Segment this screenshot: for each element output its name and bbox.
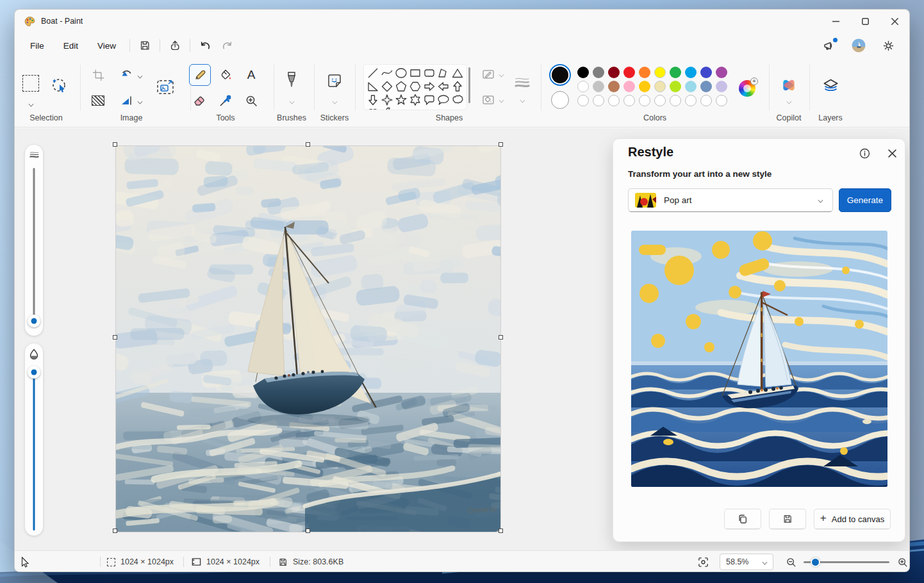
color-swatch[interactable]: [639, 81, 650, 92]
copy-result-button[interactable]: [724, 509, 761, 529]
copilot-button[interactable]: [779, 75, 799, 95]
empty-color-slot[interactable]: [685, 95, 697, 106]
magnifier-tool[interactable]: [242, 91, 261, 110]
color-swatch[interactable]: [577, 81, 589, 92]
remove-background-tool[interactable]: [89, 92, 107, 110]
shape-diamond[interactable]: [380, 79, 394, 93]
selection-options-chevron[interactable]: [26, 101, 35, 107]
color-swatch[interactable]: [670, 81, 681, 92]
color-swatch[interactable]: [608, 67, 620, 78]
fit-to-screen-button[interactable]: [698, 551, 709, 572]
stickers-chevron[interactable]: [330, 98, 339, 104]
selection-handle[interactable]: [306, 142, 310, 147]
shape-polygon[interactable]: [436, 66, 450, 79]
shape-heart[interactable]: [366, 106, 380, 110]
shape-pentagon[interactable]: [394, 79, 408, 93]
color-swatch[interactable]: [577, 67, 589, 78]
color-swatch[interactable]: [654, 81, 666, 92]
secondary-color-swatch[interactable]: [550, 90, 570, 110]
color-swatch[interactable]: [670, 67, 681, 78]
redo-button[interactable]: [216, 35, 238, 56]
empty-color-slot[interactable]: [623, 95, 635, 106]
zoom-slider[interactable]: [804, 561, 889, 563]
selection-handle[interactable]: [499, 529, 503, 533]
menu-file[interactable]: File: [21, 37, 54, 55]
shape-star-4[interactable]: [380, 93, 394, 106]
close-button[interactable]: [880, 10, 909, 33]
color-swatch[interactable]: [639, 67, 650, 78]
size-slider[interactable]: [25, 145, 43, 336]
zoom-out-button[interactable]: [786, 551, 796, 572]
layers-button[interactable]: [820, 75, 841, 97]
generate-button[interactable]: Generate: [839, 188, 891, 212]
selection-handle[interactable]: [499, 335, 503, 340]
rectangle-select-tool[interactable]: [20, 72, 42, 94]
announcements-icon[interactable]: [818, 35, 840, 56]
add-to-canvas-button[interactable]: + Add to canvas: [814, 509, 891, 529]
color-swatch[interactable]: [700, 81, 712, 92]
color-swatch[interactable]: [685, 81, 697, 92]
shape-callout-cloud[interactable]: [450, 93, 465, 106]
shape-curve[interactable]: [380, 66, 394, 79]
save-result-button[interactable]: [769, 509, 806, 529]
opacity-slider-track[interactable]: [33, 377, 35, 530]
shape-arrow-right[interactable]: [422, 79, 436, 93]
text-tool[interactable]: A: [242, 65, 261, 85]
empty-color-slot[interactable]: [716, 95, 727, 106]
info-icon[interactable]: [857, 145, 872, 161]
stickers-button[interactable]: [324, 70, 345, 92]
empty-color-slot[interactable]: [639, 95, 650, 106]
drawing-canvas[interactable]: Cornel G.: [116, 146, 500, 532]
primary-color-swatch[interactable]: [549, 63, 572, 86]
selection-handle[interactable]: [113, 335, 117, 340]
color-swatch[interactable]: [593, 67, 604, 78]
menu-edit[interactable]: Edit: [54, 37, 88, 55]
color-swatch[interactable]: [716, 67, 727, 78]
eraser-tool[interactable]: [189, 91, 211, 110]
size-slider-thumb[interactable]: [28, 315, 40, 327]
size-slider-track[interactable]: [33, 168, 35, 327]
shape-callout-oval[interactable]: [436, 93, 450, 106]
shape-fill-button[interactable]: [480, 92, 497, 108]
shape-rectangle[interactable]: [408, 66, 422, 79]
style-dropdown[interactable]: Pop art: [628, 188, 833, 212]
smart-select-tool[interactable]: [48, 74, 70, 95]
shape-arrow-up[interactable]: [450, 79, 465, 93]
menu-view[interactable]: View: [88, 37, 126, 55]
shape-outline-button[interactable]: [480, 66, 497, 83]
opacity-slider[interactable]: [25, 343, 43, 536]
empty-color-slot[interactable]: [577, 95, 589, 106]
shape-arrow-down[interactable]: [366, 93, 380, 106]
shape-lightning[interactable]: [380, 106, 394, 110]
account-avatar[interactable]: [848, 35, 870, 56]
rotate-options-chevron[interactable]: [135, 72, 144, 79]
shape-arrow-left[interactable]: [436, 79, 450, 93]
zoom-slider-thumb[interactable]: [811, 557, 820, 567]
empty-color-slot[interactable]: [670, 95, 681, 106]
resize-image-tool[interactable]: [154, 76, 176, 98]
empty-color-slot[interactable]: [700, 95, 712, 106]
color-swatch[interactable]: [716, 81, 727, 92]
minimize-button[interactable]: [821, 10, 850, 33]
color-swatch[interactable]: [608, 81, 620, 92]
color-picker-tool[interactable]: [216, 91, 235, 110]
crop-tool[interactable]: [89, 66, 107, 84]
zoom-in-button[interactable]: [897, 551, 908, 572]
maximize-button[interactable]: [850, 10, 880, 33]
edit-colors-button[interactable]: +: [738, 79, 757, 98]
shape-fill-chevron[interactable]: [497, 97, 506, 103]
empty-color-slot[interactable]: [608, 95, 620, 106]
brushes-button[interactable]: [281, 69, 302, 93]
pencil-tool[interactable]: [189, 64, 211, 86]
selection-handle[interactable]: [306, 529, 310, 533]
color-swatch[interactable]: [700, 67, 712, 78]
fill-tool[interactable]: [216, 65, 235, 85]
share-button[interactable]: [164, 35, 186, 56]
settings-gear-icon[interactable]: [877, 35, 899, 56]
shape-oval[interactable]: [394, 66, 408, 79]
undo-button[interactable]: [194, 35, 216, 56]
shape-triangle[interactable]: [450, 66, 465, 79]
panel-close-icon[interactable]: [884, 145, 900, 161]
shape-rounded-rectangle[interactable]: [422, 66, 436, 79]
selection-handle[interactable]: [499, 142, 503, 147]
